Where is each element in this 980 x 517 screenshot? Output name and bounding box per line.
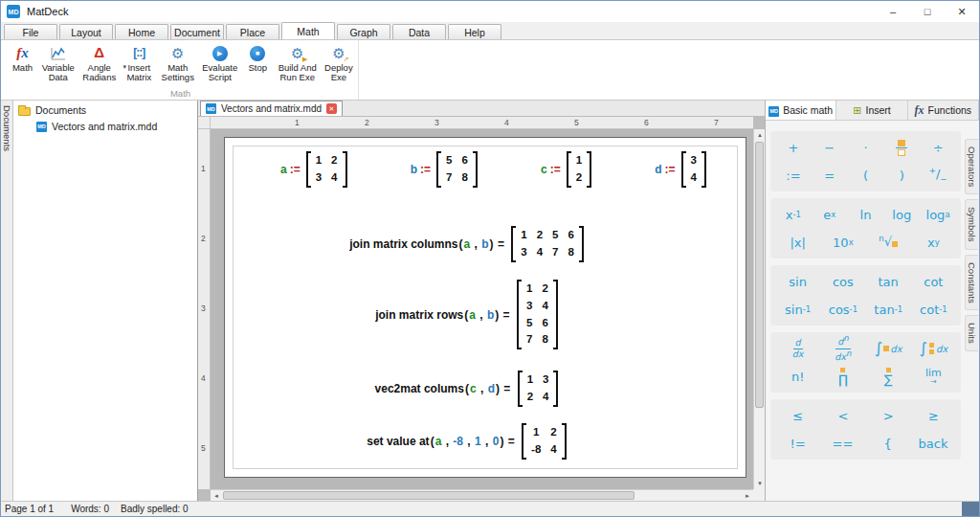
ribbon-button-stop[interactable]: ■Stop [242,43,274,74]
nth-derivative-button[interactable]: dndxn [829,339,858,358]
side-tab-strip: OperatorsSymbolsConstantsUnits [964,124,979,501]
function-name: join matrix rows [375,308,463,322]
plus-minus-button[interactable]: +/− [924,166,952,185]
side-tab-symbols[interactable]: Symbols [965,199,978,249]
paren-close-button[interactable]: ) [887,166,916,185]
tree-root-label: Documents [35,104,86,116]
matrix-cell: 7 [446,169,452,187]
ribbon-button-deploy-exe[interactable]: ⚙↗Deploy Exe [322,43,356,84]
factorial-button[interactable]: n! [784,367,813,386]
close-tab-icon[interactable]: ✕ [326,103,337,114]
paren-open-button[interactable]: ( [851,166,880,185]
menu-tab-layout[interactable]: Layout [59,24,113,39]
equal-equal-button[interactable]: == [829,434,858,453]
horizontal-scrollbar[interactable]: ◄ ► [211,489,753,501]
matrix: 12563478 [511,226,584,262]
arcsin-button[interactable]: sin-1 [784,300,813,319]
menu-tab-file[interactable]: File [4,24,57,39]
function-name: join matrix columns [349,237,457,251]
multiply-dot-button[interactable]: · [851,138,880,157]
menu-tab-place[interactable]: Place [226,24,279,39]
ribbon-button-math[interactable]: fxMath [7,43,38,74]
limit-button[interactable]: lim→ [919,367,947,386]
arccot-button[interactable]: cot-1 [919,300,947,319]
less-equal-button[interactable]: ≤ [784,406,813,425]
side-tab-constants[interactable]: Constants [965,255,978,311]
less-than-button[interactable]: < [829,406,858,425]
plus-button[interactable]: + [779,138,808,157]
definite-integral-button[interactable]: ∫dx [919,339,947,358]
nth-derivative-icon: dndxn [835,334,851,362]
menu-tab-document[interactable]: Document [170,24,224,39]
math-palette: +−·÷:==()+/−x-1exlnlogloga|x|10xn√xysinc… [770,131,961,460]
x-power-y-button[interactable]: xy [919,233,947,252]
log-base-a-button[interactable]: loga [924,205,952,224]
absolute-value-button[interactable]: |x| [784,233,813,252]
syntax-text: , [482,435,492,448]
horizontal-scroll-thumb[interactable] [223,491,635,500]
side-tab-units[interactable]: Units [965,315,978,351]
panel-tab-functions[interactable]: fxFunctions [908,101,979,120]
menu-tab-graph[interactable]: Graph [337,24,390,39]
greater-than-button[interactable]: > [874,406,902,425]
sin-button[interactable]: sin [784,272,813,291]
nth-root-button[interactable]: n√ [874,233,902,252]
close-button[interactable]: ✕ [945,1,979,22]
minimize-button[interactable]: – [876,1,910,22]
matrix-cell: 3 [526,298,532,315]
ribbon-button-evaluate-script[interactable]: ▶Evaluate Script [198,43,242,84]
arccos-button[interactable]: cos-1 [829,300,858,319]
left-dock-tab[interactable]: Documents [1,101,13,501]
menu-tab-help[interactable]: Help [448,24,501,39]
minus-button[interactable]: − [815,138,844,157]
log-button[interactable]: log [887,205,916,224]
matrix-cell: 5 [552,227,558,244]
product-button[interactable]: ∏ [829,367,858,386]
equals-button[interactable]: = [815,166,844,185]
divide-button[interactable]: ÷ [924,138,952,157]
arctan-button[interactable]: tan-1 [874,300,902,319]
cos-button[interactable]: cos [829,272,858,291]
sum-button[interactable]: ∑ [874,367,902,386]
menu-tab-row: FileLayoutHomeDocumentPlaceMathGraphData… [4,22,979,39]
vertical-scrollbar[interactable]: ▲ ▼ [753,129,765,489]
document-tab[interactable]: MDVectors and matrix.mdd✕ [200,101,343,116]
ribbon-button-angle-radians[interactable]: ΔAngle Radians▾ [78,43,121,84]
menu-tab-math[interactable]: Math [281,22,335,39]
greater-equal-button[interactable]: ≥ [919,406,947,425]
vertical-scroll-thumb[interactable] [755,142,764,408]
natural-log-button[interactable]: ln [851,205,880,224]
right-panel: MDBasic math⊞InsertfxFunctions +−·÷:==()… [765,101,979,501]
not-equal-button[interactable]: != [784,434,813,453]
back-button[interactable]: back [919,434,948,453]
tan-button[interactable]: tan [874,272,902,291]
page[interactable]: a:=1234b:=5678c:=12d:=34 join matrix col… [224,137,746,478]
ten-power-x-button[interactable]: 10x [829,233,858,252]
tree-item-vectors-and-matrix-mdd[interactable]: MDVectors and matrix.mdd [13,119,197,134]
ribbon-button-build-and-run-exe[interactable]: ⚙▶Build And Run Exe [274,43,322,84]
menu-tab-home[interactable]: Home [115,24,168,39]
matrix-cell: 1 [576,152,582,169]
resize-grip[interactable] [962,502,979,516]
x-inverse-button[interactable]: x-1 [779,205,808,224]
ribbon-button-insert-matrix[interactable]: [::]Insert Matrix [121,43,158,84]
derivative-button[interactable]: ddx [784,339,813,358]
syntax-text: = [495,237,508,251]
ribbon-button-math-settings[interactable]: ⚙Math Settings [158,43,198,84]
panel-tab-label: Basic math [783,104,833,116]
cot-button[interactable]: cot [919,272,947,291]
ribbon-button-variable-data[interactable]: Variable Data [38,43,78,84]
panel-tab-basic-math[interactable]: MDBasic math [766,101,836,120]
panel-tab-insert[interactable]: ⊞Insert [836,101,907,120]
side-tab-operators[interactable]: Operators [965,139,978,194]
integral-icon: ∫dx [875,341,902,356]
integral-button[interactable]: ∫dx [874,339,902,358]
tree-root-documents[interactable]: Documents [13,101,197,119]
fraction-button[interactable] [887,138,916,157]
assign-button[interactable]: := [779,166,808,185]
brace-button[interactable]: { [874,434,902,453]
menu-tab-data[interactable]: Data [392,24,446,39]
maximize-button[interactable]: □ [910,1,945,22]
e-power-x-button[interactable]: ex [815,205,844,224]
status-spelling: Badly spelled: 0 [121,504,189,514]
